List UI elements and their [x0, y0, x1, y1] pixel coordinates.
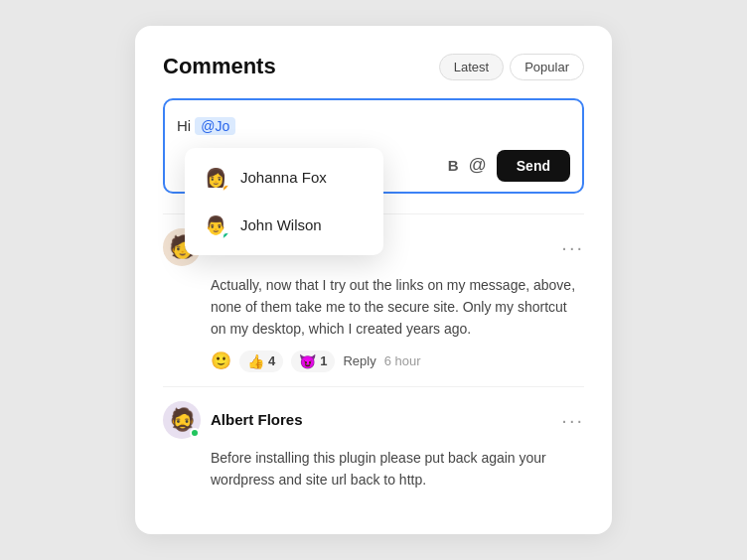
floyd-more-button[interactable]: ··· [561, 237, 584, 257]
mention-tag: @Jo [195, 117, 235, 135]
mention-item-johanna[interactable]: 👩 Johanna Fox [185, 154, 383, 202]
comments-list: 🧑 Floyd Miles ··· Actually, now that I t… [163, 213, 584, 515]
popular-button[interactable]: Popular [510, 54, 584, 80]
devil-count: 1 [320, 353, 327, 368]
comment-input-display[interactable]: Hi @Jo [177, 110, 570, 142]
thumbsup-count: 4 [268, 353, 275, 368]
comment-input-wrapper: Hi @Jo 👩 Johanna Fox 👨 John Wilson B [163, 98, 584, 194]
floyd-reactions: 🙂 👍 4 😈 1 Reply 6 hour [211, 350, 584, 372]
card-header: Comments Latest Popular [163, 54, 584, 80]
bold-button[interactable]: B [448, 157, 459, 174]
albert-avatar: 🧔 [163, 401, 201, 439]
johanna-status-dot [223, 185, 230, 193]
floyd-smiley-reaction[interactable]: 🙂 [211, 350, 231, 371]
comment-2-header: 🧔 Albert Flores ··· [163, 401, 584, 439]
john-avatar: 👨 [201, 210, 230, 240]
comment-2-user: 🧔 Albert Flores [163, 401, 303, 439]
send-button[interactable]: Send [497, 150, 570, 182]
mention-item-john[interactable]: 👨 John Wilson [185, 202, 383, 249]
albert-name: Albert Flores [211, 411, 303, 428]
floyd-comment-body: Actually, now that I try out the links o… [211, 274, 584, 341]
at-button[interactable]: @ [468, 155, 486, 176]
devil-emoji: 😈 [299, 353, 316, 369]
filter-buttons: Latest Popular [439, 54, 584, 80]
albert-comment-body: Before installing this plugin please put… [211, 447, 584, 491]
thumbsup-emoji: 👍 [247, 353, 264, 369]
floyd-reply-button[interactable]: Reply [343, 353, 375, 368]
latest-button[interactable]: Latest [439, 54, 504, 80]
comments-card: Comments Latest Popular Hi @Jo 👩 Johanna… [135, 26, 612, 535]
input-prefix-text: Hi [177, 117, 191, 134]
floyd-thumbsup-badge[interactable]: 👍 4 [239, 350, 283, 372]
albert-online-dot [190, 428, 200, 438]
page-title: Comments [163, 54, 276, 79]
johanna-avatar: 👩 [201, 163, 230, 193]
albert-more-button[interactable]: ··· [561, 410, 584, 430]
johanna-name: Johanna Fox [240, 169, 327, 186]
floyd-devil-badge[interactable]: 😈 1 [291, 350, 335, 372]
floyd-time: 6 hour [384, 353, 421, 368]
mention-dropdown: 👩 Johanna Fox 👨 John Wilson [185, 148, 383, 255]
john-status-dot [223, 232, 230, 240]
john-name: John Wilson [240, 216, 322, 233]
comment-2: 🧔 Albert Flores ··· Before installing th… [163, 386, 584, 515]
